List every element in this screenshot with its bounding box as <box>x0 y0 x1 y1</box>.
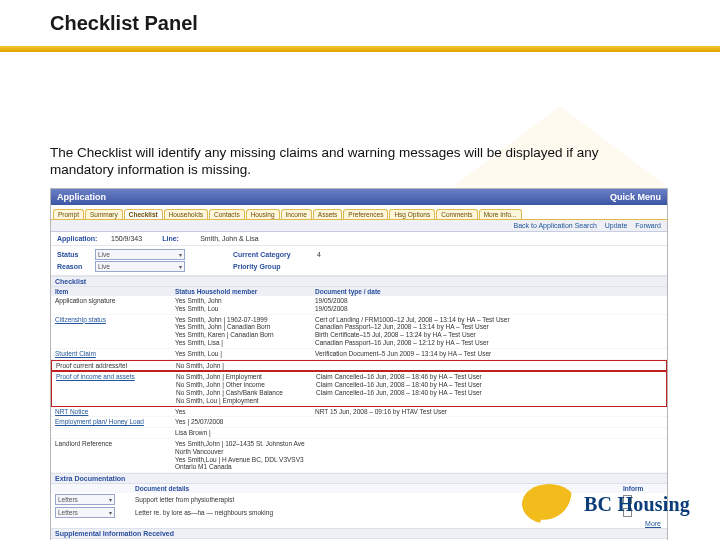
application-label: Application: <box>57 235 107 242</box>
checklist-status: Yes Smith, JohnYes Smith, Lou <box>175 297 315 313</box>
checklist-doc: 19/05/200819/05/2008 <box>315 297 663 313</box>
logo-swoosh-icon <box>522 484 576 524</box>
checklist-row: Student ClaimYes Smith, Lou |Verificatio… <box>51 349 667 360</box>
col-item: Item <box>55 288 175 295</box>
supplemental-title: Supplemental Information Received <box>51 528 667 539</box>
slide-description: The Checklist will identify any missing … <box>50 145 660 179</box>
title-accent-bar <box>0 46 720 52</box>
checklist-doc <box>315 429 663 437</box>
tab-comments[interactable]: Comments <box>436 209 477 219</box>
tab-contacts[interactable]: Contacts <box>209 209 245 219</box>
priority-label: Priority Group <box>233 263 313 270</box>
checklist-item[interactable]: Citizenship status <box>55 316 175 347</box>
checklist-doc <box>316 362 662 370</box>
status-section: Status Live▾ Current Category 4 Reason L… <box>51 246 667 276</box>
tab-strip: Prompt Summary Checklist Households Cont… <box>51 205 667 220</box>
tab-preferences[interactable]: Preferences <box>343 209 388 219</box>
checklist-status: Yes | 25/07/2008 <box>175 418 315 426</box>
checklist-item: Proof current address/tel <box>56 362 176 370</box>
slide-title: Checklist Panel <box>50 12 198 35</box>
chevron-down-icon: ▾ <box>179 263 182 270</box>
brand-logo: BC Housing <box>522 484 690 524</box>
tab-more-info[interactable]: More Info... <box>479 209 522 219</box>
checklist-status: Yes Smith,John | 102–1435 St. Johnston A… <box>175 440 315 471</box>
tab-checklist[interactable]: Checklist <box>124 209 163 219</box>
checklist-status: No Smith, John | EmploymentNo Smith, Joh… <box>176 373 316 404</box>
checklist-section-title: Checklist <box>51 276 667 287</box>
reason-select[interactable]: Live▾ <box>95 261 185 272</box>
meta-section: Application: 150/9/343 Line: Smith, John… <box>51 232 667 246</box>
category-label: Current Category <box>233 251 313 258</box>
checklist-status: Yes <box>175 408 315 416</box>
checklist-doc: Verification Document–5 Jun 2009 – 13:14… <box>315 350 663 358</box>
action-bar: Back to Application Search Update Forwar… <box>51 220 667 232</box>
app-header-title: Application <box>57 192 106 202</box>
quick-menu-link[interactable]: Quick Menu <box>610 192 661 202</box>
checklist-status: Yes Smith, John | 1962-07-1999Yes Smith,… <box>175 316 315 347</box>
checklist-row: NRT NoticeYesNRT 15 Jun, 2008 – 09:16 by… <box>51 407 667 418</box>
reason-label: Reason <box>57 263 91 270</box>
checklist-item[interactable]: Employment plan/ Honey Load <box>55 418 175 426</box>
tab-income[interactable]: Income <box>281 209 312 219</box>
checklist-status: Lisa Brown | <box>175 429 315 437</box>
checklist-doc: NRT 15 Jun, 2008 – 09:16 by HTAV Test Us… <box>315 408 663 416</box>
checklist-item[interactable]: Student Claim <box>55 350 175 358</box>
forward-link[interactable]: Forward <box>635 222 661 229</box>
checklist-row: Proof of income and assetsNo Smith, John… <box>51 371 667 406</box>
checklist-item: Application signature <box>55 297 175 313</box>
doc-type-select[interactable]: Letters▾ <box>55 507 115 518</box>
col-doc: Document type / date <box>315 288 663 295</box>
checklist-status: No Smith, John | <box>176 362 316 370</box>
tab-hsg-options[interactable]: Hsg Options <box>389 209 435 219</box>
chevron-down-icon: ▾ <box>179 251 182 258</box>
category-value: 4 <box>317 251 321 258</box>
tab-housing[interactable]: Housing <box>246 209 280 219</box>
checklist-row: Employment plan/ Honey LoadYes | 25/07/2… <box>51 417 667 428</box>
checklist-item[interactable]: NRT Notice <box>55 408 175 416</box>
checklist-item[interactable]: Proof of income and assets <box>56 373 176 404</box>
col-status: Status Household member <box>175 288 315 295</box>
doc-type-select[interactable]: Letters▾ <box>55 494 115 505</box>
logo-text: BC Housing <box>584 493 690 516</box>
extra-docs-title: Extra Documentation <box>51 473 667 484</box>
checklist-doc: Claim Cancelled–16 Jun, 2008 – 18:46 by … <box>316 373 662 404</box>
status-label: Status <box>57 251 91 258</box>
checklist-doc <box>315 440 663 471</box>
tab-assets[interactable]: Assets <box>313 209 343 219</box>
tab-prompt[interactable]: Prompt <box>53 209 84 219</box>
checklist-row: Proof current address/telNo Smith, John … <box>51 360 667 372</box>
status-select[interactable]: Live▾ <box>95 249 185 260</box>
application-value: 150/9/343 <box>111 235 142 242</box>
checklist-doc <box>315 418 663 426</box>
checklist-item: Landlord Reference <box>55 440 175 471</box>
app-header: Application Quick Menu <box>51 189 667 205</box>
line-value: Smith, John & Lisa <box>200 235 258 242</box>
checklist-doc: Cert of Landing / FRM1000–12 Jul, 2008 –… <box>315 316 663 347</box>
tab-summary[interactable]: Summary <box>85 209 123 219</box>
checklist-body: Application signatureYes Smith, JohnYes … <box>51 296 667 473</box>
checklist-row: Landlord ReferenceYes Smith,John | 102–1… <box>51 439 667 473</box>
back-link[interactable]: Back to Application Search <box>514 222 597 229</box>
checklist-row: Lisa Brown | <box>51 428 667 439</box>
checklist-header: Item Status Household member Document ty… <box>51 287 667 296</box>
checklist-row: Application signatureYes Smith, JohnYes … <box>51 296 667 315</box>
checklist-status: Yes Smith, Lou | <box>175 350 315 358</box>
update-link[interactable]: Update <box>605 222 628 229</box>
checklist-item <box>55 429 175 437</box>
checklist-row: Citizenship statusYes Smith, John | 1962… <box>51 315 667 349</box>
tab-households[interactable]: Households <box>164 209 208 219</box>
line-label: Line: <box>162 235 196 242</box>
